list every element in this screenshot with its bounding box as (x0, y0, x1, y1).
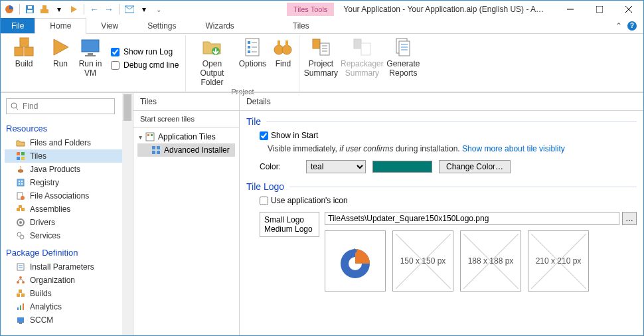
svg-rect-5 (44, 9, 48, 13)
tile-preview-188[interactable]: 188 x 188 px (460, 230, 521, 292)
find-input[interactable]: Find (6, 98, 115, 114)
logo-size-list[interactable]: Small Logo Medium Logo (260, 212, 319, 237)
app-icon[interactable] (3, 3, 15, 15)
run-icon (50, 37, 71, 58)
project-summary-label: Project Summary (304, 59, 338, 78)
find-placeholder: Find (23, 102, 38, 111)
find-button[interactable]: Find (271, 35, 295, 87)
generate-reports-button[interactable]: Generate Reports (386, 35, 420, 82)
expand-icon[interactable]: ▾ (139, 133, 142, 141)
sidebar: Find Resources Files and Folders Tiles J… (1, 93, 133, 335)
run-button[interactable]: Run (48, 35, 72, 82)
project-summary-button[interactable]: Project Summary (303, 35, 338, 82)
run-icon[interactable] (68, 3, 80, 15)
forward-icon[interactable]: → (103, 3, 115, 15)
help-icon[interactable]: ? (627, 21, 637, 31)
sidebar-item-assemblies[interactable]: Assemblies (5, 203, 129, 216)
svg-rect-12 (15, 47, 23, 56)
visibility-link[interactable]: Show more about tile visiblity (462, 144, 565, 153)
tile-preview-210[interactable]: 210 x 210 px (528, 230, 589, 292)
run-in-vm-button[interactable]: Run in VM (76, 35, 104, 82)
build-icon[interactable] (39, 3, 50, 15)
analytics-icon (15, 301, 26, 312)
minimize-button[interactable] (556, 1, 585, 18)
svg-rect-22 (248, 50, 250, 53)
svg-rect-35 (354, 39, 361, 48)
tab-tiles[interactable]: Tiles (278, 18, 324, 33)
color-label: Color: (260, 162, 299, 171)
maximize-button[interactable] (585, 1, 614, 18)
show-in-start-label: Show in Start (271, 131, 318, 140)
color-select[interactable]: teal (306, 160, 366, 173)
build-label: Build (15, 59, 33, 68)
debug-cmd-checkbox[interactable]: Debug cmd line (111, 60, 179, 70)
sidebar-item-analytics[interactable]: Analytics (5, 300, 129, 313)
sidebar-item-files-folders[interactable]: Files and Folders (5, 136, 129, 149)
search-icon (11, 102, 19, 110)
svg-rect-82 (157, 146, 160, 149)
tree-subtitle: Start screen tiles (133, 111, 239, 127)
browse-button[interactable]: … (622, 212, 637, 225)
mail-icon[interactable] (123, 3, 135, 15)
svg-rect-51 (19, 183, 20, 185)
sidebar-item-file-assoc[interactable]: File Associations (5, 189, 129, 203)
svg-rect-76 (17, 317, 24, 323)
svg-point-42 (11, 103, 17, 108)
open-output-folder-button[interactable]: Open Output Folder (190, 35, 234, 87)
tab-wizards[interactable]: Wizards (191, 18, 249, 33)
collapse-ribbon-icon[interactable]: ⌃ (615, 21, 622, 31)
svg-rect-20 (248, 41, 250, 44)
use-app-icon-checkbox[interactable]: Use application's icon (240, 193, 643, 208)
svg-rect-78 (146, 133, 154, 141)
file-tab[interactable]: File (1, 18, 35, 33)
sidebar-item-organization[interactable]: Organization (5, 274, 129, 287)
close-button[interactable] (614, 1, 643, 18)
logo-size-small[interactable]: Small Logo (264, 215, 315, 224)
svg-rect-74 (20, 305, 21, 310)
repackager-summary-button: Repackager Summary (342, 35, 382, 82)
logo-path-input[interactable] (325, 212, 619, 225)
file-assoc-icon (15, 191, 26, 201)
sidebar-item-registry[interactable]: Registry (5, 176, 129, 189)
svg-rect-56 (21, 208, 25, 211)
tree-root[interactable]: ▾ Application Tiles (137, 130, 235, 143)
titlebar: ▾ ← → ▾ ⌄ Tiles Tools Your Application -… (1, 1, 643, 18)
sidebar-item-java[interactable]: Java Products (5, 163, 129, 176)
logo-size-medium[interactable]: Medium Logo (264, 224, 315, 234)
sidebar-item-sccm[interactable]: SCCM (5, 313, 129, 327)
tile-preview-logo[interactable] (325, 230, 386, 292)
sidebar-item-services[interactable]: Services (5, 229, 129, 242)
tile-preview-150[interactable]: 150 x 150 px (392, 230, 453, 292)
build-button[interactable]: Build (7, 35, 40, 82)
visibility-text: Visible immediately, if user confirms du… (240, 143, 643, 157)
svg-point-54 (21, 196, 25, 200)
options-button[interactable]: Options (238, 35, 267, 87)
svg-rect-62 (17, 264, 24, 270)
resources-heading: Resources (5, 121, 129, 136)
change-color-button[interactable]: Change Color… (439, 160, 511, 173)
svg-rect-45 (21, 152, 25, 155)
sidebar-item-install-params[interactable]: Install Parameters (5, 260, 129, 274)
back-icon[interactable]: ← (88, 3, 100, 15)
window-buttons (556, 1, 643, 18)
tab-settings[interactable]: Settings (133, 18, 191, 33)
save-icon[interactable] (24, 3, 36, 15)
tab-view[interactable]: View (86, 18, 133, 33)
dropdown-caret-icon[interactable]: ▾ (138, 3, 150, 15)
sidebar-item-tiles[interactable]: Tiles (5, 149, 129, 163)
qat-customize-icon[interactable]: ⌄ (153, 3, 165, 15)
tree-child[interactable]: Advanced Installer (137, 143, 235, 157)
svg-rect-16 (88, 53, 93, 55)
ribbon-help-area: ⌃ ? (609, 18, 643, 33)
svg-rect-81 (152, 146, 155, 149)
tab-home[interactable]: Home (35, 18, 86, 34)
build-icon (13, 37, 35, 58)
sidebar-scrollbar[interactable] (122, 93, 133, 335)
show-run-log-checkbox[interactable]: Show run Log (111, 47, 179, 56)
svg-rect-31 (320, 43, 329, 55)
show-in-start-checkbox[interactable]: Show in Start (240, 128, 643, 143)
dropdown-caret-icon[interactable]: ▾ (53, 3, 65, 15)
sidebar-item-builds[interactable]: Builds (5, 287, 129, 300)
svg-rect-49 (19, 181, 20, 182)
sidebar-item-drivers[interactable]: Drivers (5, 216, 129, 229)
